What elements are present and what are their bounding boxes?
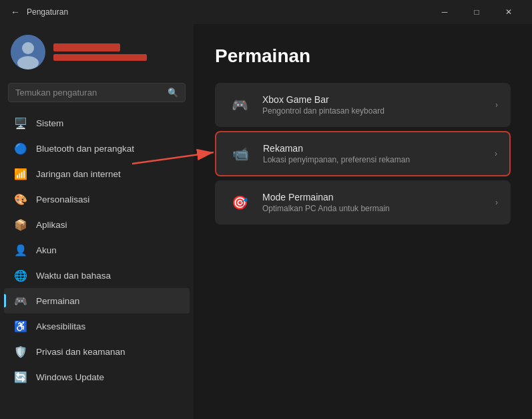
nav-label-bluetooth: Bluetooth dan perangkat xyxy=(36,144,134,154)
nav-icon-waktu: 🌐 xyxy=(15,269,27,281)
page-title: Permainan xyxy=(215,45,511,67)
nav-icon-aksesibilitas: ♿ xyxy=(15,320,27,332)
card-title-xbox-game-bar: Xbox Game Bar xyxy=(262,94,495,105)
card-chevron-rekaman: › xyxy=(495,149,497,158)
card-mode-permainan[interactable]: 🎯 Mode Permainan Optimalkan PC Anda untu… xyxy=(215,180,511,225)
card-chevron-xbox-game-bar: › xyxy=(495,100,498,110)
nav-icon-personalisasi: 🎨 xyxy=(15,193,27,205)
card-xbox-game-bar[interactable]: 🎮 Xbox Game Bar Pengontrol dan pintasan … xyxy=(215,83,511,127)
nav-list: 🖥️ Sistem 🔵 Bluetooth dan perangkat 📶 Ja… xyxy=(0,110,194,390)
title-bar: ← Pengaturan ─ □ ✕ xyxy=(0,0,532,24)
user-email-redacted xyxy=(53,54,147,61)
sidebar: 🔍 🖥️ Sistem 🔵 Bluetooth dan perangkat 📶 … xyxy=(0,24,194,419)
search-box[interactable]: 🔍 xyxy=(8,83,186,102)
card-icon-rekaman: 📹 xyxy=(228,142,252,166)
card-title-mode-permainan: Mode Permainan xyxy=(262,192,495,202)
sidebar-item-waktu[interactable]: 🌐 Waktu dan bahasa xyxy=(4,263,190,288)
nav-icon-aplikasi: 📦 xyxy=(15,219,27,231)
close-button[interactable]: ✕ xyxy=(493,2,524,22)
setting-cards: 🎮 Xbox Game Bar Pengontrol dan pintasan … xyxy=(215,83,511,225)
nav-icon-jaringan: 📶 xyxy=(15,168,27,180)
svg-point-2 xyxy=(17,56,39,69)
nav-label-permainan: Permainan xyxy=(36,296,79,306)
back-button[interactable]: ← xyxy=(11,7,20,17)
maximize-button[interactable]: □ xyxy=(461,2,492,22)
sidebar-item-sistem[interactable]: 🖥️ Sistem xyxy=(4,110,190,136)
nav-label-personalisasi: Personalisasi xyxy=(36,194,89,204)
search-icon: 🔍 xyxy=(168,88,178,98)
nav-icon-sistem: 🖥️ xyxy=(15,117,27,129)
sidebar-item-personalisasi[interactable]: 🎨 Personalisasi xyxy=(4,186,190,212)
nav-label-jaringan: Jaringan dan internet xyxy=(36,169,121,179)
window-controls: ─ □ ✕ xyxy=(429,2,524,22)
sidebar-item-aksesibilitas[interactable]: ♿ Aksesibilitas xyxy=(4,313,190,339)
search-input[interactable] xyxy=(15,88,162,98)
sidebar-item-windows-update[interactable]: 🔄 Windows Update xyxy=(4,364,190,390)
sidebar-item-permainan[interactable]: 🎮 Permainan xyxy=(4,288,190,313)
app-body: 🔍 🖥️ Sistem 🔵 Bluetooth dan perangkat 📶 … xyxy=(0,24,532,419)
card-subtitle-mode-permainan: Optimalkan PC Anda untuk bermain xyxy=(262,204,495,213)
nav-label-privasi: Privasi dan keamanan xyxy=(36,347,125,357)
nav-icon-akun: 👤 xyxy=(15,244,27,256)
svg-point-1 xyxy=(22,42,34,54)
nav-icon-permainan: 🎮 xyxy=(15,295,27,307)
sidebar-item-bluetooth[interactable]: 🔵 Bluetooth dan perangkat xyxy=(4,136,190,161)
card-chevron-mode-permainan: › xyxy=(495,198,498,207)
nav-icon-windows-update: 🔄 xyxy=(15,371,27,383)
nav-label-waktu: Waktu dan bahasa xyxy=(36,271,111,281)
sidebar-item-aplikasi[interactable]: 📦 Aplikasi xyxy=(4,212,190,237)
app-title: Pengaturan xyxy=(27,7,68,17)
nav-label-sistem: Sistem xyxy=(36,118,63,128)
nav-label-akun: Akun xyxy=(36,245,57,255)
nav-label-aksesibilitas: Aksesibilitas xyxy=(36,321,85,331)
nav-icon-bluetooth: 🔵 xyxy=(15,142,27,154)
search-container: 🔍 xyxy=(0,78,194,110)
sidebar-item-privasi[interactable]: 🛡️ Privasi dan keamanan xyxy=(4,339,190,364)
nav-label-aplikasi: Aplikasi xyxy=(36,220,67,230)
card-title-rekaman: Rekaman xyxy=(263,143,495,154)
user-profile[interactable] xyxy=(0,24,194,78)
card-subtitle-rekaman: Lokasi penyimpanan, preferensi rekaman xyxy=(263,155,495,164)
user-info xyxy=(53,43,147,61)
card-rekaman[interactable]: 📹 Rekaman Lokasi penyimpanan, preferensi… xyxy=(215,131,511,176)
user-name-redacted xyxy=(53,43,120,51)
nav-label-windows-update: Windows Update xyxy=(36,372,104,382)
minimize-button[interactable]: ─ xyxy=(429,2,460,22)
nav-icon-privasi: 🛡️ xyxy=(15,345,27,358)
sidebar-item-akun[interactable]: 👤 Akun xyxy=(4,237,190,263)
card-icon-xbox-game-bar: 🎮 xyxy=(228,93,252,117)
card-subtitle-xbox-game-bar: Pengontrol dan pintasan keyboard xyxy=(262,106,495,116)
card-icon-mode-permainan: 🎯 xyxy=(228,190,252,215)
avatar-image xyxy=(11,35,45,69)
avatar xyxy=(11,35,45,69)
content-area: Permainan 🎮 Xbox Game Bar Pengontrol dan… xyxy=(194,24,532,419)
sidebar-item-jaringan[interactable]: 📶 Jaringan dan internet xyxy=(4,161,190,186)
